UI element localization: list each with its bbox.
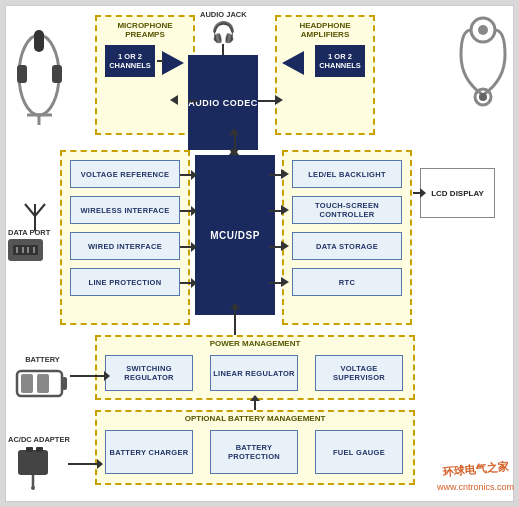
- data-storage-block: DATA STORAGE: [292, 232, 402, 260]
- arrow-battery-right: [70, 375, 105, 377]
- right-peripherals-section: LED/EL BACKLIGHT TOUCH-SCREEN CONTROLLER…: [282, 150, 412, 325]
- wired-interface-block: WIRED INTERFACE: [70, 232, 180, 260]
- battery-area: BATTERY: [15, 355, 70, 405]
- voltage-supervisor-block: VOLTAGE SUPERVISOR: [315, 355, 403, 391]
- arrowhead-rtc: [281, 277, 289, 287]
- watermark-line2: www.cntronics.com: [437, 482, 514, 492]
- microphone-section: MICROPHONE PREAMPS 1 OR 2 CHANNELS: [95, 15, 195, 135]
- lcd-display-block: LCD DISPLAY: [420, 168, 495, 218]
- wireless-interface-block: WIRELESS INTERFACE: [70, 196, 180, 224]
- audio-codec-block: AUDIO CODEC: [188, 55, 258, 150]
- arrowhead-led: [281, 169, 289, 179]
- arrow-wireless: [180, 210, 192, 212]
- battery-management-section: OPTIONAL BATTERY MANAGEMENT BATTERY CHAR…: [95, 410, 415, 485]
- arrowhead-left-codec: [170, 95, 178, 105]
- svg-rect-19: [26, 447, 33, 452]
- interface-section: VOLTAGE REFERENCE WIRELESS INTERFACE WIR…: [60, 150, 190, 325]
- arrow-codec-left: [188, 100, 198, 102]
- svg-point-9: [479, 93, 487, 101]
- svg-point-22: [31, 486, 35, 490]
- svg-point-7: [478, 25, 488, 35]
- headphone-label: HEADPHONE AMPLIFIERS: [277, 21, 373, 39]
- fuel-gauge-block: FUEL GAUGE: [315, 430, 403, 474]
- voltage-reference-block: VOLTAGE REFERENCE: [70, 160, 180, 188]
- svg-rect-20: [36, 447, 43, 452]
- svg-rect-4: [17, 65, 27, 83]
- battery-protection-block: BATTERY PROTECTION: [210, 430, 298, 474]
- arrow-mic-1: [157, 60, 164, 62]
- svg-rect-15: [62, 377, 67, 390]
- data-port-icon: DATA PORT: [8, 228, 50, 261]
- svg-rect-5: [52, 65, 62, 83]
- arrowhead-storage: [281, 241, 289, 251]
- arrowhead-up-2: [229, 128, 239, 135]
- mcu-dsp-block: MCU/DSP: [195, 155, 275, 315]
- channels-right-block: 1 OR 2 CHANNELS: [315, 45, 365, 77]
- switching-regulator-block: SWITCHING REGULATOR: [105, 355, 193, 391]
- arrow-vref: [180, 174, 192, 176]
- rtc-block: RTC: [292, 268, 402, 296]
- arrow-bat-to-power: [254, 400, 256, 410]
- line-protection-block: LINE PROTECTION: [70, 268, 180, 296]
- stethoscope-icon: [456, 15, 511, 119]
- power-management-section: POWER MANAGEMENT SWITCHING REGULATOR LIN…: [95, 335, 415, 400]
- arrow-line-prot: [180, 282, 192, 284]
- microphone-icon: [12, 25, 67, 129]
- led-backlight-block: LED/EL BACKLIGHT: [292, 160, 402, 188]
- battery-charger-block: BATTERY CHARGER: [105, 430, 193, 474]
- arrowhead-right-codec: [275, 95, 283, 105]
- linear-regulator-block: LINEAR REGULATOR: [210, 355, 298, 391]
- svg-rect-18: [18, 450, 48, 475]
- arrowhead-touch: [281, 205, 289, 215]
- arrow-power-mcu: [234, 308, 236, 335]
- touch-screen-block: TOUCH-SCREEN CONTROLLER: [292, 196, 402, 224]
- mic-preamps-label: MICROPHONE PREAMPS: [97, 21, 193, 39]
- arrow-to-lcd: [413, 192, 421, 194]
- svg-rect-1: [34, 30, 44, 52]
- arrowhead-down-2: [229, 149, 239, 156]
- svg-rect-16: [21, 374, 33, 393]
- arrow-wired: [180, 246, 192, 248]
- acdc-adapter-area: AC/DC ADAPTER: [8, 435, 70, 494]
- power-management-label: POWER MANAGEMENT: [97, 339, 413, 348]
- arrow-adapter-right: [68, 463, 98, 465]
- amp-triangle-right: [282, 51, 304, 75]
- svg-line-13: [35, 204, 45, 216]
- amp-triangle-left: [162, 51, 184, 75]
- channels-left-block: 1 OR 2 CHANNELS: [105, 45, 155, 77]
- headphone-section: HEADPHONE AMPLIFIERS 1 OR 2 CHANNELS: [275, 15, 375, 135]
- battery-management-label: OPTIONAL BATTERY MANAGEMENT: [97, 414, 413, 423]
- svg-line-11: [25, 204, 35, 216]
- svg-rect-17: [37, 374, 49, 393]
- diagram-container: MICROPHONE PREAMPS 1 OR 2 CHANNELS AUDIO…: [0, 0, 519, 507]
